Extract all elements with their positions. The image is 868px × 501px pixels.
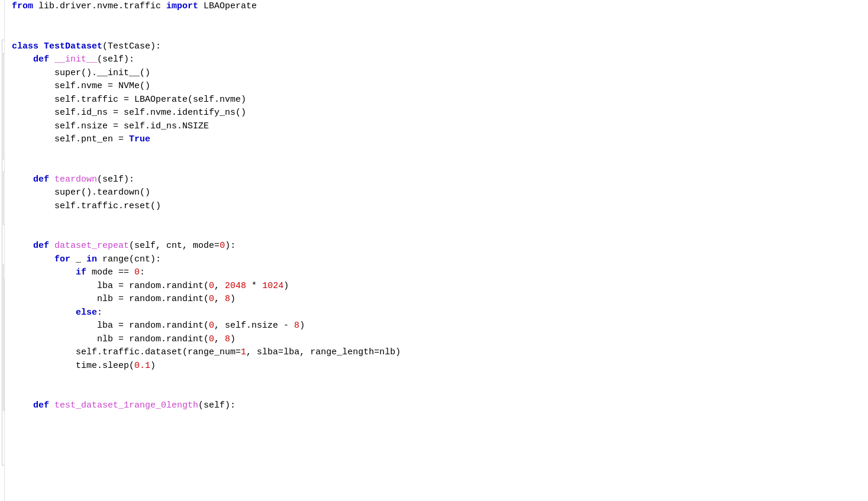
code-token: 8	[225, 293, 230, 306]
code-token: def	[33, 173, 49, 187]
code-token: , self.nsize -	[214, 319, 294, 333]
code-token: lba = random.randint(	[12, 280, 209, 293]
code-line: from lib.driver.nvme.traffic import LBAO…	[12, 0, 868, 14]
code-token: lba = random.randint(	[12, 319, 209, 333]
code-line: self.traffic.dataset(range_num=1, slba=l…	[12, 346, 868, 360]
code-token: =	[278, 346, 283, 360]
code-token: _	[70, 253, 86, 267]
code-token: class	[12, 40, 38, 54]
code-token: range(cnt):	[97, 253, 161, 267]
code-token: def	[33, 240, 49, 253]
code-token	[12, 53, 33, 67]
code-token	[49, 240, 54, 253]
code-token: 1024	[262, 280, 283, 293]
code-gutter	[0, 0, 5, 501]
code-line: for _ in range(cnt):	[12, 253, 868, 267]
code-line: nlb = random.randint(0, 8)	[12, 333, 868, 347]
code-line	[12, 147, 868, 160]
code-token: in	[86, 253, 97, 267]
code-token: )	[150, 360, 156, 373]
code-line	[12, 213, 868, 227]
code-token: 0.1	[134, 360, 150, 373]
code-token: teardown	[54, 173, 97, 187]
code-token: (self):	[97, 53, 134, 67]
code-token: super().teardown()	[12, 186, 150, 200]
code-token: :	[140, 266, 145, 280]
code-token: =	[374, 346, 379, 360]
code-token: 0	[209, 280, 214, 293]
code-token: )	[299, 319, 305, 333]
code-line: def test_dataset_1range_0length(self):	[12, 399, 868, 413]
code-token	[12, 240, 33, 253]
code-line	[12, 14, 868, 27]
code-token	[12, 253, 54, 267]
code-line: self.pnt_en = True	[12, 133, 868, 147]
code-token: , range_length	[299, 346, 374, 360]
code-token	[12, 266, 76, 280]
code-token: self.traffic.reset()	[12, 200, 161, 214]
code-token: nlb = random.randint(	[12, 333, 209, 347]
code-token: ,	[214, 280, 225, 293]
code-token: else	[76, 306, 97, 320]
code-token: =	[118, 133, 129, 147]
code-token: self.traffic.dataset(range_num	[12, 346, 235, 360]
code-token: 1	[241, 346, 246, 360]
code-line: self.id_ns = self.nvme.identify_ns()	[12, 106, 868, 120]
code-line	[12, 373, 868, 386]
code-token: )	[230, 333, 235, 347]
code-token: 0	[220, 240, 225, 253]
code-line: self.nvme = NVMe()	[12, 80, 868, 93]
code-line: def teardown(self):	[12, 173, 868, 187]
code-token: 8	[294, 319, 299, 333]
code-token: nlb	[379, 346, 395, 360]
code-token: self.nvme = NVMe()	[12, 80, 150, 93]
code-token	[38, 40, 44, 54]
code-content: from lib.driver.nvme.traffic import LBAO…	[5, 0, 868, 501]
code-line: def dataset_repeat(self, cnt, mode=0):	[12, 240, 868, 253]
code-line	[12, 386, 868, 400]
code-token: 0	[209, 333, 214, 347]
code-token: 2048	[225, 280, 246, 293]
code-line: def __init__(self):	[12, 53, 868, 67]
code-token	[12, 399, 33, 413]
code-line	[12, 27, 868, 40]
code-token: , slba	[246, 346, 278, 360]
code-lines: from lib.driver.nvme.traffic import LBAO…	[12, 0, 868, 413]
code-token	[12, 306, 76, 320]
code-line: lba = random.randint(0, self.nsize - 8)	[12, 319, 868, 333]
code-token: 8	[225, 333, 230, 347]
code-token: LBAOperate	[198, 0, 257, 14]
code-token	[49, 399, 54, 413]
code-token: mode ==	[86, 266, 134, 280]
code-token: __init__	[54, 53, 97, 67]
code-token: ,	[214, 293, 225, 306]
code-token: =	[214, 240, 220, 253]
code-token: from	[12, 0, 33, 14]
code-token	[49, 53, 54, 67]
code-token: self.traffic = LBAOperate(self.nvme)	[12, 93, 246, 107]
code-line: nlb = random.randint(0, 8)	[12, 293, 868, 306]
code-token: def	[33, 53, 49, 67]
code-line: if mode == 0:	[12, 266, 868, 280]
code-token: TestDataset	[44, 40, 102, 54]
code-line	[12, 227, 868, 240]
code-token: ,	[214, 333, 225, 347]
code-line: self.nsize = self.id_ns.NSIZE	[12, 120, 868, 134]
code-token: (self):	[97, 173, 134, 187]
code-token: 0	[209, 319, 214, 333]
code-token: self.pnt_en	[12, 133, 118, 147]
code-token: for	[54, 253, 70, 267]
code-line: time.sleep(0.1)	[12, 360, 868, 373]
code-token: time.sleep(	[12, 360, 134, 373]
code-line: lba = random.randint(0, 2048 * 1024)	[12, 280, 868, 293]
code-token: )	[283, 280, 289, 293]
code-editor: from lib.driver.nvme.traffic import LBAO…	[0, 0, 868, 501]
code-token: lba	[283, 346, 299, 360]
code-token: (self, cnt, mode	[129, 240, 214, 253]
code-token: ):	[225, 240, 235, 253]
code-token: dataset_repeat	[54, 240, 129, 253]
code-token: lib.driver.nvme.traffic	[33, 0, 166, 14]
code-line	[12, 160, 868, 173]
code-token: self.id_ns = self.nvme.identify_ns()	[12, 106, 246, 120]
code-token: :	[97, 306, 102, 320]
